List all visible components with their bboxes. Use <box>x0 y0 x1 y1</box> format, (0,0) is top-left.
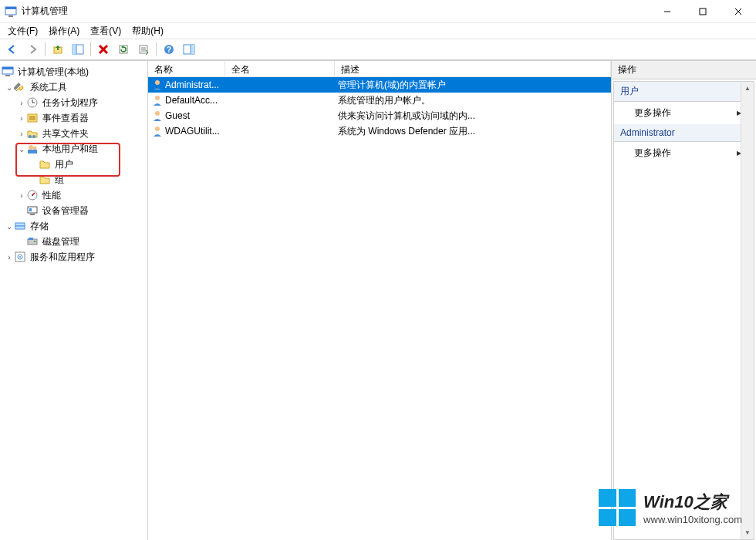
list-body[interactable]: Administrat... 管理计算机(域)的内置帐户 DefaultAcc.… <box>148 77 611 540</box>
chevron-right-icon[interactable]: › <box>17 114 26 123</box>
svg-point-51 <box>19 256 21 258</box>
menubar: 文件(F) 操作(A) 查看(V) 帮助(H) <box>0 23 756 39</box>
svg-rect-44 <box>15 223 25 226</box>
chevron-right-icon[interactable]: › <box>5 253 14 262</box>
chevron-right-icon[interactable]: › <box>17 191 26 200</box>
list-row[interactable]: Guest 供来宾访问计算机或访问域的内... <box>148 108 611 123</box>
actions-more-admin[interactable]: 更多操作 ▶ <box>614 142 754 164</box>
user-icon <box>151 125 164 137</box>
shared-folder-icon <box>26 127 39 140</box>
clock-icon <box>26 96 39 109</box>
actions-more-users[interactable]: 更多操作 ▶ <box>614 102 754 124</box>
tree-performance[interactable]: › 性能 <box>2 187 146 203</box>
event-viewer-icon <box>26 112 39 124</box>
tree-disk-management[interactable]: 磁盘管理 <box>2 234 146 249</box>
svg-rect-42 <box>30 214 35 215</box>
user-icon <box>151 79 164 91</box>
chevron-down-icon[interactable]: ⌄ <box>5 83 14 92</box>
actions-section-users[interactable]: 用户 ▲ <box>614 82 754 102</box>
performance-icon <box>26 189 39 201</box>
cell-name: Guest <box>165 110 190 121</box>
cell-name: DefaultAcc... <box>165 95 218 106</box>
storage-icon <box>14 220 26 232</box>
col-fullname[interactable]: 全名 <box>225 61 335 76</box>
export-list-button[interactable] <box>134 41 153 58</box>
disk-icon <box>26 235 39 248</box>
actions-panel: 操作 用户 ▲ 更多操作 ▶ Administrator ▲ 更多操作 ▶ ▲ … <box>612 60 756 540</box>
tree-task-scheduler[interactable]: › 任务计划程序 <box>2 95 146 110</box>
svg-rect-48 <box>29 238 33 240</box>
svg-rect-9 <box>73 45 76 54</box>
svg-point-47 <box>34 241 35 242</box>
maximize-button[interactable] <box>685 0 721 23</box>
tree-sys-tools[interactable]: ⌄ 系统工具 <box>2 79 146 95</box>
close-button[interactable] <box>721 0 756 23</box>
forward-button[interactable] <box>23 41 42 58</box>
chevron-down-icon[interactable]: ⌄ <box>5 222 14 231</box>
minimize-button[interactable] <box>650 0 685 23</box>
svg-point-34 <box>29 135 32 138</box>
toolbar-separator <box>90 42 91 56</box>
tree-panel: 计算机管理(本地) ⌄ 系统工具 › 任务计划程序 › 事件查看器 › 共享文件 <box>0 60 148 540</box>
toolbar-separator <box>45 42 46 56</box>
chevron-down-icon[interactable]: ⌄ <box>17 145 26 154</box>
scrollbar[interactable]: ▲ ▼ <box>741 82 754 539</box>
menu-file[interactable]: 文件(F) <box>3 23 42 39</box>
tree-root[interactable]: 计算机管理(本地) <box>2 64 146 79</box>
list-panel: 名称 全名 描述 Administrat... 管理计算机(域)的内置帐户 De… <box>148 60 612 540</box>
menu-help[interactable]: 帮助(H) <box>127 23 168 39</box>
show-hide-action-pane-button[interactable] <box>180 41 198 58</box>
list-header: 名称 全名 描述 <box>148 61 611 77</box>
list-row[interactable]: DefaultAcc... 系统管理的用户帐户。 <box>148 93 611 108</box>
svg-rect-4 <box>700 8 706 15</box>
svg-rect-45 <box>15 226 25 229</box>
cell-name: WDAGUtilit... <box>165 126 220 137</box>
menu-action[interactable]: 操作(A) <box>44 23 84 39</box>
user-icon <box>151 110 164 122</box>
menu-view[interactable]: 查看(V) <box>86 23 126 39</box>
users-groups-icon <box>26 143 39 155</box>
actions-more-users-label: 更多操作 <box>634 106 671 120</box>
actions-body: 用户 ▲ 更多操作 ▶ Administrator ▲ 更多操作 ▶ ▲ ▼ <box>613 81 754 540</box>
tree-users[interactable]: 用户 <box>2 157 146 172</box>
svg-point-40 <box>32 194 33 196</box>
tree[interactable]: 计算机管理(本地) ⌄ 系统工具 › 任务计划程序 › 事件查看器 › 共享文件 <box>0 62 147 266</box>
svg-point-53 <box>155 96 160 100</box>
up-button[interactable] <box>49 41 67 58</box>
scroll-up-icon[interactable]: ▲ <box>741 82 754 95</box>
chevron-right-icon[interactable]: › <box>17 99 26 107</box>
list-row[interactable]: Administrat... 管理计算机(域)的内置帐户 <box>148 77 611 93</box>
help-button[interactable]: ? <box>160 41 178 58</box>
tree-local-users-groups[interactable]: ⌄ 本地用户和组 <box>2 141 146 157</box>
tree-users-label: 用户 <box>53 157 75 172</box>
col-name[interactable]: 名称 <box>148 61 225 76</box>
tree-device-manager[interactable]: 设备管理器 <box>2 203 146 218</box>
cell-description: 系统为 Windows Defender 应用... <box>335 125 611 138</box>
tree-event-viewer[interactable]: › 事件查看器 <box>2 110 146 126</box>
tree-root-label: 计算机管理(本地) <box>16 65 90 79</box>
show-hide-tree-button[interactable] <box>69 41 87 58</box>
tree-device-manager-label: 设备管理器 <box>41 204 90 218</box>
svg-rect-24 <box>2 67 13 69</box>
toolbar: ? <box>0 39 756 60</box>
list-row[interactable]: WDAGUtilit... 系统为 Windows Defender 应用... <box>148 123 611 139</box>
actions-section-users-label: 用户 <box>620 85 639 98</box>
chevron-right-icon[interactable]: › <box>17 130 26 138</box>
tree-shared-folders[interactable]: › 共享文件夹 <box>2 126 146 141</box>
cell-name: Administrat... <box>165 79 219 90</box>
refresh-button[interactable] <box>114 41 133 58</box>
col-description[interactable]: 描述 <box>335 61 611 76</box>
services-icon <box>14 251 26 263</box>
scroll-down-icon[interactable]: ▼ <box>741 526 754 539</box>
tree-storage[interactable]: ⌄ 存储 <box>2 218 146 234</box>
tree-groups[interactable]: 组 <box>2 172 146 187</box>
svg-rect-21 <box>191 45 194 54</box>
svg-rect-43 <box>29 208 32 211</box>
tree-services-apps[interactable]: › 服务和应用程序 <box>2 249 146 265</box>
delete-button[interactable] <box>94 41 113 58</box>
actions-section-admin[interactable]: Administrator ▲ <box>614 124 754 142</box>
svg-point-55 <box>155 127 160 131</box>
back-button[interactable] <box>3 41 22 58</box>
svg-rect-1 <box>5 7 16 9</box>
tree-sys-tools-label: 系统工具 <box>29 80 69 95</box>
